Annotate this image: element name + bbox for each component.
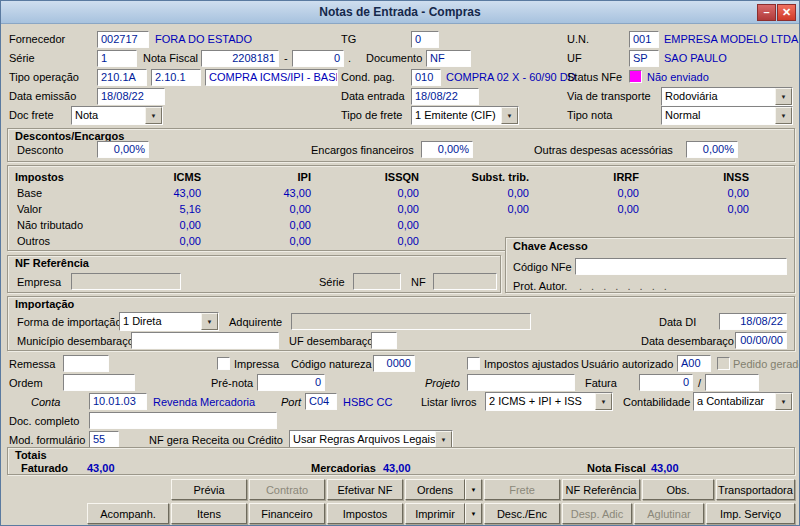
data-entrada-field[interactable]: 18/08/22 bbox=[411, 88, 479, 105]
prot-autor-field[interactable]: . . . . . . . . bbox=[579, 280, 670, 293]
port-field[interactable]: C04 bbox=[305, 393, 337, 410]
previa-button[interactable]: Prévia bbox=[171, 479, 247, 500]
data-entrada-label: Data entrada bbox=[341, 90, 405, 103]
data-di-field[interactable]: 18/08/22 bbox=[719, 313, 787, 330]
nota-fiscal-label: Nota Fiscal bbox=[143, 52, 198, 65]
impostos-ajustados-checkbox[interactable] bbox=[467, 357, 480, 370]
via-transporte-value: Rodoviária bbox=[662, 88, 775, 105]
titlebar[interactable]: Notas de Entrada - Compras bbox=[1, 1, 799, 24]
conta-label[interactable]: Conta bbox=[31, 396, 60, 409]
municipio-desembaraco-field[interactable] bbox=[131, 332, 279, 349]
impostos-value: 43,00 bbox=[121, 187, 201, 200]
contabilidade-value: a Contabilizar bbox=[694, 393, 775, 410]
minimize-button[interactable]: – bbox=[757, 4, 776, 21]
ordens-dropdown-button[interactable]: ▼ bbox=[465, 479, 482, 500]
conta-field[interactable]: 10.01.03 bbox=[89, 393, 147, 410]
chevron-down-icon[interactable]: ▼ bbox=[145, 107, 162, 124]
uf-field[interactable]: SP bbox=[629, 50, 659, 67]
listar-livros-value: 2 ICMS + IPI + ISS bbox=[486, 393, 595, 410]
transportadora-button[interactable]: Transportadora bbox=[716, 479, 795, 500]
chevron-down-icon[interactable]: ▼ bbox=[435, 431, 452, 448]
doc-frete-label: Doc frete bbox=[9, 109, 54, 122]
doc-completo-field[interactable] bbox=[89, 412, 277, 429]
projeto-label[interactable]: Projeto bbox=[425, 377, 460, 390]
usuario-autorizado-field[interactable]: A00 bbox=[677, 355, 711, 372]
impostos-row-outros-label: Outros bbox=[17, 235, 50, 248]
contabilidade-combo[interactable]: a Contabilizar ▼ bbox=[693, 392, 793, 411]
obs-button[interactable]: Obs. bbox=[642, 479, 714, 500]
financeiro-button[interactable]: Financeiro bbox=[249, 503, 325, 524]
pre-nota-field[interactable]: 0 bbox=[257, 374, 325, 391]
un-field[interactable]: 001 bbox=[629, 31, 659, 48]
chevron-down-icon[interactable]: ▼ bbox=[201, 313, 218, 330]
serie-field[interactable]: 1 bbox=[97, 50, 137, 67]
aglutinar-button: Aglutinar bbox=[634, 503, 704, 524]
desconto-field[interactable]: 0,00% bbox=[97, 141, 149, 158]
via-transporte-combo[interactable]: Rodoviária ▼ bbox=[661, 87, 793, 106]
doc-frete-combo[interactable]: Nota ▼ bbox=[71, 106, 163, 125]
chevron-down-icon[interactable]: ▼ bbox=[775, 88, 792, 105]
ordem-field[interactable] bbox=[63, 374, 135, 391]
acompanh-button[interactable]: Acompanh. bbox=[87, 503, 169, 524]
tipo-nota-combo[interactable]: Normal ▼ bbox=[661, 106, 793, 125]
serie-label: Série bbox=[9, 52, 35, 65]
imprimir-button[interactable]: Imprimir bbox=[405, 503, 465, 524]
port-label[interactable]: Port bbox=[281, 396, 301, 409]
tipo-frete-combo[interactable]: 1 Emitente (CIF) ▼ bbox=[411, 106, 519, 125]
desc-enc-button[interactable]: Desc./Enc bbox=[484, 503, 560, 524]
fornecedor-field[interactable]: 002717 bbox=[97, 31, 149, 48]
fatura-sub-field[interactable] bbox=[705, 374, 759, 391]
frete-button: Frete bbox=[484, 479, 560, 500]
nota-fiscal-field[interactable]: 2208181 bbox=[201, 50, 279, 67]
tipo-operacao-code1-field[interactable]: 210.1A bbox=[97, 69, 147, 86]
documento-field[interactable]: NF bbox=[426, 50, 471, 67]
itens-button[interactable]: Itens bbox=[171, 503, 247, 524]
documento-label: Documento bbox=[366, 52, 422, 65]
mod-formulario-field[interactable]: 55 bbox=[89, 431, 119, 448]
cond-pag-description: COMPRA 02 X - 60/90 DD bbox=[446, 71, 576, 84]
nota-fiscal-sub-field[interactable]: 0 bbox=[292, 50, 344, 67]
listar-livros-combo[interactable]: 2 ICMS + IPI + ISS ▼ bbox=[485, 392, 613, 411]
uf-description: SAO PAULO bbox=[664, 52, 727, 65]
nf-referencia-button[interactable]: NF Referência bbox=[562, 479, 640, 500]
tipo-operacao-code2-field[interactable]: 2.10.1 bbox=[151, 69, 201, 86]
imp-servico-button[interactable]: Imp. Serviço bbox=[706, 503, 795, 524]
chevron-down-icon[interactable]: ▼ bbox=[595, 393, 612, 410]
mercadorias-value: 43,00 bbox=[383, 462, 411, 475]
impostos-button[interactable]: Impostos bbox=[327, 503, 403, 524]
chevron-down-icon[interactable]: ▼ bbox=[501, 107, 518, 124]
nota-fiscal-mask-dot: . bbox=[348, 52, 351, 65]
impostos-value: 0,00 bbox=[669, 187, 749, 200]
uf-label: UF bbox=[567, 52, 582, 65]
tg-field[interactable]: 0 bbox=[411, 31, 439, 48]
impostos-row-valor-label: Valor bbox=[17, 203, 42, 216]
close-button[interactable]: ✕ bbox=[777, 4, 796, 21]
ordens-button[interactable]: Ordens bbox=[405, 479, 465, 500]
imprimir-dropdown-button[interactable]: ▼ bbox=[465, 503, 482, 524]
fatura-field[interactable]: 0 bbox=[639, 374, 693, 391]
codigo-natureza-field[interactable]: 0000 bbox=[373, 355, 415, 372]
chevron-down-icon[interactable]: ▼ bbox=[775, 107, 792, 124]
data-desembaraco-field[interactable]: 00/00/00 bbox=[735, 332, 787, 349]
app-window: Notas de Entrada - Compras – ✕ Fornecedo… bbox=[0, 0, 800, 526]
projeto-field[interactable] bbox=[467, 374, 575, 391]
chave-acesso-title: Chave Acesso bbox=[513, 240, 588, 253]
impressa-checkbox[interactable] bbox=[217, 357, 230, 370]
uf-desembaraco-field[interactable] bbox=[371, 332, 397, 349]
encargos-financeiros-field[interactable]: 0,00% bbox=[421, 141, 473, 158]
conta-description: Revenda Mercadoria bbox=[153, 396, 255, 409]
forma-importacao-combo[interactable]: 1 Direta ▼ bbox=[119, 312, 219, 331]
impostos-value: 5,16 bbox=[121, 203, 201, 216]
codigo-nfe-field[interactable] bbox=[575, 258, 787, 275]
nf-ref-nf-field bbox=[433, 273, 497, 290]
remessa-field[interactable] bbox=[63, 355, 109, 372]
efetivar-nf-button[interactable]: Efetivar NF bbox=[327, 479, 403, 500]
data-emissao-field[interactable]: 18/08/22 bbox=[97, 88, 165, 105]
outras-despesas-field[interactable]: 0,00% bbox=[686, 141, 738, 158]
forma-importacao-value: 1 Direta bbox=[120, 313, 201, 330]
cond-pag-field[interactable]: 010 bbox=[411, 69, 441, 86]
chevron-down-icon[interactable]: ▼ bbox=[775, 393, 792, 410]
nf-gera-label: NF gera Receita ou Crédito bbox=[149, 434, 283, 447]
encargos-financeiros-label: Encargos financeiros bbox=[311, 144, 414, 157]
data-di-label: Data DI bbox=[659, 316, 696, 329]
